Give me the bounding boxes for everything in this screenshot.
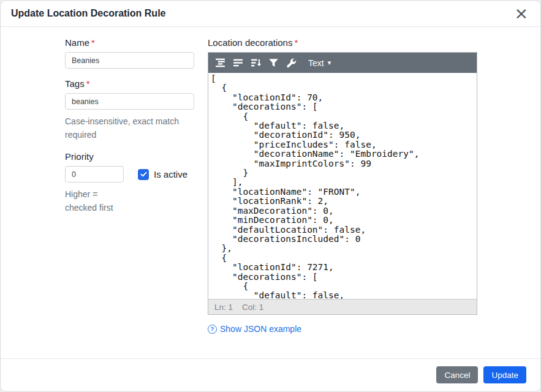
sort-button[interactable] bbox=[248, 55, 264, 71]
dialog-footer: Cancel Update bbox=[1, 358, 540, 391]
checkmark-icon bbox=[140, 172, 147, 177]
required-asterisk: * bbox=[91, 37, 95, 48]
update-button[interactable]: Update bbox=[483, 366, 526, 383]
compact-icon bbox=[233, 58, 243, 68]
tags-input[interactable] bbox=[65, 93, 194, 110]
name-label-text: Name bbox=[65, 37, 89, 48]
wrench-icon bbox=[286, 58, 297, 68]
json-editor-toolbar: Text ▾ bbox=[208, 53, 477, 73]
priority-label: Priority bbox=[65, 151, 194, 162]
tags-label-text: Tags bbox=[65, 78, 85, 89]
json-editor-content[interactable]: [ { "locationId": 70, "decorations": [ {… bbox=[211, 74, 477, 299]
tags-help-text: Case-insensitive, exact match required bbox=[65, 115, 194, 141]
help-circle-icon: ? bbox=[208, 325, 217, 334]
tags-label: Tags* bbox=[65, 78, 194, 89]
cursor-line-indicator: Ln: 1 bbox=[214, 303, 233, 312]
editor-status-bar: Ln: 1 Col: 1 bbox=[208, 299, 477, 314]
format-icon bbox=[215, 58, 225, 68]
required-asterisk: * bbox=[294, 37, 298, 48]
show-json-example-link[interactable]: ? Show JSON example bbox=[208, 324, 301, 334]
update-location-decoration-rule-dialog: Update Location Decoration Rule × Name* … bbox=[0, 0, 541, 392]
location-decorations-label: Location decorations* bbox=[208, 37, 477, 48]
filter-icon bbox=[268, 58, 279, 68]
dialog-body: Name* Tags* Case-insensitive, exact matc… bbox=[1, 27, 540, 358]
transform-button[interactable] bbox=[265, 55, 282, 71]
dialog-header: Update Location Decoration Rule × bbox=[1, 1, 540, 27]
is-active-checkbox-group: Is active bbox=[138, 169, 187, 180]
show-json-example-label: Show JSON example bbox=[220, 324, 301, 334]
json-editor-code-area[interactable]: [ { "locationId": 70, "decorations": [ {… bbox=[208, 73, 477, 299]
name-label: Name* bbox=[65, 37, 194, 48]
is-active-checkbox[interactable] bbox=[138, 169, 149, 180]
required-asterisk: * bbox=[86, 78, 90, 89]
close-button[interactable]: × bbox=[513, 7, 529, 20]
editor-mode-dropdown[interactable]: Text ▾ bbox=[308, 58, 331, 68]
location-decorations-label-text: Location decorations bbox=[208, 37, 292, 48]
name-input[interactable] bbox=[65, 52, 194, 69]
compact-button[interactable] bbox=[230, 55, 246, 71]
is-active-label[interactable]: Is active bbox=[154, 169, 187, 179]
sort-icon bbox=[251, 58, 261, 68]
dialog-title: Update Location Decoration Rule bbox=[11, 8, 165, 19]
caret-down-icon: ▾ bbox=[328, 59, 331, 66]
repair-button[interactable] bbox=[283, 55, 300, 71]
editor-mode-label: Text bbox=[308, 58, 324, 68]
form-left-column: Name* Tags* Case-insensitive, exact matc… bbox=[65, 37, 194, 358]
form-right-column: Location decorations* bbox=[208, 37, 477, 358]
priority-help-text: Higher = checked first bbox=[65, 187, 194, 214]
format-button[interactable] bbox=[212, 55, 229, 71]
priority-row: Is active bbox=[65, 166, 194, 183]
cancel-button[interactable]: Cancel bbox=[436, 366, 478, 383]
cursor-col-indicator: Col: 1 bbox=[242, 303, 263, 312]
close-icon: × bbox=[514, 4, 528, 23]
json-editor: Text ▾ [ { "locationId": 70, "decoration… bbox=[208, 52, 477, 315]
priority-input[interactable] bbox=[65, 166, 124, 183]
